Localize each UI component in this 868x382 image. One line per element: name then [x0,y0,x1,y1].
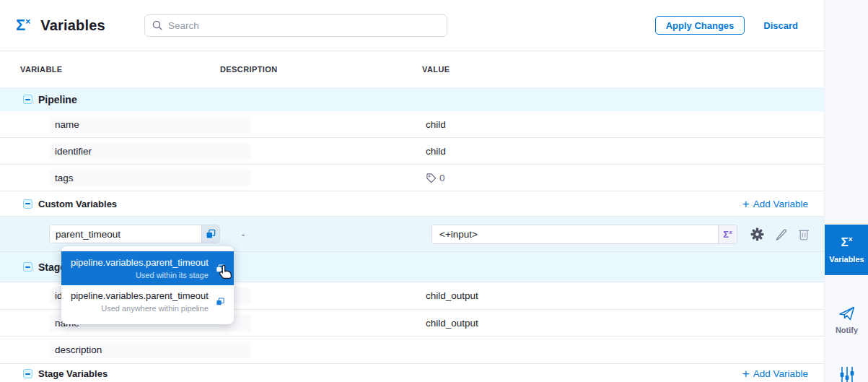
suggestion-label: pipeline.variables.parent_timeout [71,290,209,301]
delete-button[interactable] [798,228,810,240]
column-variable: VARIABLE [20,65,220,74]
sliders-icon [838,367,856,382]
edit-button[interactable] [775,228,787,240]
copy-expression-button[interactable] [201,225,219,243]
settings-button[interactable] [750,227,764,241]
column-description: DESCRIPTION [220,65,422,74]
table-row: tags 0 [0,165,824,191]
discard-link[interactable]: Discard [763,20,798,31]
sidebar-item-variables[interactable]: Σ× Variables [825,225,868,275]
search-icon [152,20,162,30]
section-pipeline: Pipeline [0,87,824,111]
sidebar-notify-label: Notify [836,326,858,334]
sidebar-item-flow-control[interactable] [825,367,868,382]
gear-icon [750,227,764,241]
sigma-sup-glyph: x [729,229,732,235]
search-box[interactable] [144,14,447,37]
pencil-icon [775,228,787,240]
suggestion-item-stage-scope[interactable]: pipeline.variables.parent_timeout Used w… [61,251,234,285]
sigma-sup-glyph: × [849,236,853,248]
section-stage-variables-label: Stage Variables [38,368,108,379]
copy-icon[interactable] [216,295,224,308]
table-row: description [0,337,824,364]
collapse-icon[interactable] [23,199,32,209]
trash-icon [798,228,810,240]
collapse-icon[interactable] [23,369,32,378]
sigma-sup-glyph: × [25,17,30,26]
variables-table: VARIABLE DESCRIPTION VALUE Pipeline name… [0,51,824,382]
suggestion-sublabel: Used anywhere within pipeline [71,304,209,313]
sigma-variables-icon: Σ× [841,236,852,248]
apply-changes-button[interactable]: Apply Changes [655,16,745,35]
variable-name-input[interactable] [50,225,201,243]
stage-name-value: child_output [422,318,808,329]
search-input[interactable] [168,20,439,31]
stage-description-label: description [49,342,251,358]
sidebar-item-notify[interactable]: Notify [825,305,868,334]
column-value: VALUE [422,65,808,74]
suggestion-label: pipeline.variables.parent_timeout [71,257,209,268]
right-sidebar: Σ× Variables Notify [824,0,868,382]
suggestion-item-pipeline-scope[interactable]: pipeline.variables.parent_timeout Used a… [61,285,234,318]
top-bar: Σ× Variables Apply Changes Discard [0,0,824,51]
variable-description: - [220,229,422,240]
main-content: Σ× Variables Apply Changes Discard VARIA… [0,0,824,382]
expression-suggestions-dropdown: pipeline.variables.parent_timeout Used w… [61,246,234,324]
add-variable-button[interactable]: + Add Variable [742,368,808,380]
add-variable-label: Add Variable [753,199,808,209]
variables-panel: Σ× Variables Apply Changes Discard VARIA… [0,0,868,382]
expression-badge[interactable]: Σx [718,225,737,243]
tags-count: 0 [426,173,445,183]
suggestion-sublabel: Used within its stage [71,271,209,279]
table-row: name child [0,111,824,138]
section-pipeline-label: Pipeline [38,94,77,105]
stage-identifier-value: child_output [422,290,808,301]
variable-identifier-value: child [422,146,808,157]
tag-icon [426,173,437,183]
variable-identifier-label: identifier [49,143,251,160]
sigma-variables-icon: Σ× [16,17,30,33]
variable-value-input[interactable] [432,225,718,243]
sigma-glyph: Σ [16,17,25,33]
add-variable-label: Add Variable [753,368,808,379]
plus-icon: + [742,198,750,210]
section-custom-variables-label: Custom Variables [38,199,117,209]
sigma-glyph: Σ [841,236,848,248]
variable-name-label: name [49,116,251,133]
variable-value-field: Σx [431,225,737,244]
variable-name-value: child [422,119,808,130]
copy-icon[interactable] [216,262,224,275]
collapse-icon[interactable] [23,95,32,104]
paper-plane-icon [838,305,856,321]
section-stage-variables: Stage Variables + Add Variable [0,364,824,382]
add-variable-button[interactable]: + Add Variable [742,198,808,210]
sidebar-variables-label: Variables [829,255,864,264]
tags-count-value: 0 [439,173,445,183]
table-row: identifier child [0,138,824,165]
variable-tags-label: tags [49,170,251,186]
copy-icon [206,229,216,239]
table-header-row: VARIABLE DESCRIPTION VALUE [0,51,824,87]
page-title: Variables [40,17,105,34]
collapse-icon[interactable] [23,262,32,272]
section-custom-variables: Custom Variables + Add Variable [0,191,824,217]
plus-icon: + [742,368,750,380]
sigma-glyph: Σ [723,229,729,240]
variable-name-field [49,225,220,243]
